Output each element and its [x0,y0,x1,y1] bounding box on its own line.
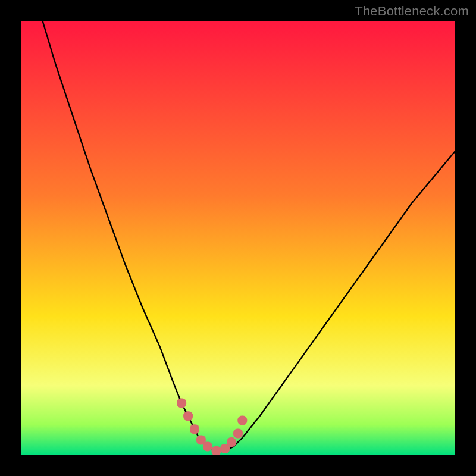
marker-dot [177,398,186,408]
chart-frame: TheBottleneck.com [0,0,476,476]
marker-dot [183,411,193,421]
marker-dot [203,441,212,451]
marker-dot [237,416,247,425]
bottleneck-chart [21,21,455,455]
marker-dot [233,429,243,439]
marker-dot [190,424,199,434]
gradient-background [21,21,455,455]
plot-area [21,21,455,455]
marker-dot [212,446,221,455]
marker-dot [227,437,236,447]
watermark-text: TheBottleneck.com [355,4,469,19]
